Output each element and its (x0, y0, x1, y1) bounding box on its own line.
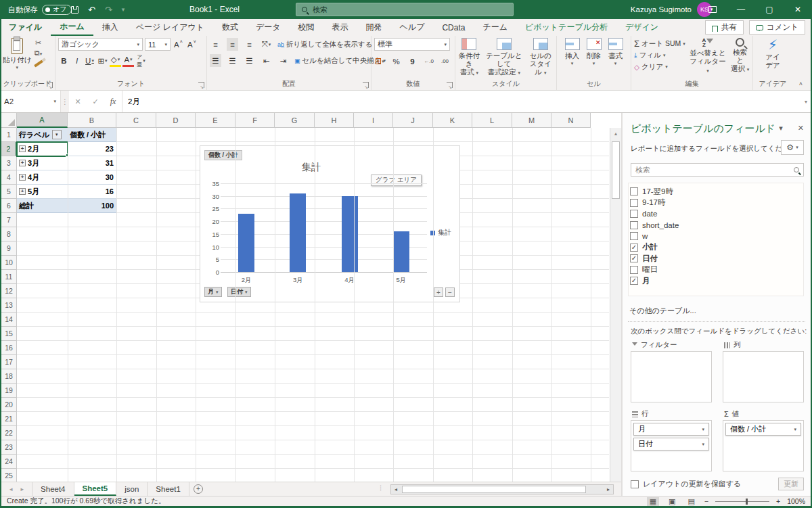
column-header[interactable]: N (551, 113, 591, 128)
insert-cells-button[interactable]: 挿入▾ (565, 38, 580, 66)
field-checkbox[interactable] (630, 266, 638, 274)
zoom-out-button[interactable]: − (704, 497, 708, 505)
sheet-tab[interactable]: Sheet4 (32, 482, 74, 496)
field-checkbox[interactable]: ✓ (630, 277, 638, 285)
save-icon[interactable] (71, 6, 78, 14)
italic-button[interactable]: I (71, 54, 83, 67)
align-left-icon[interactable]: ☰ (210, 54, 221, 67)
decrease-font-button[interactable]: A˅ (186, 38, 198, 51)
field-item[interactable]: w (630, 231, 803, 242)
scroll-up-arrow[interactable]: ▴ (610, 128, 621, 139)
horizontal-scroll-thumb[interactable] (402, 486, 586, 493)
row-header[interactable]: 15 (1, 327, 17, 341)
format-painter-button[interactable] (34, 60, 43, 67)
field-item[interactable]: short_date (630, 220, 803, 231)
ribbon-tab[interactable]: ファイル (0, 19, 51, 36)
pane-close-icon[interactable]: ✕ (798, 124, 804, 133)
scroll-left-arrow[interactable]: ◂ (391, 486, 401, 492)
row-header[interactable]: 9 (1, 241, 17, 256)
row-header[interactable]: 14 (1, 313, 17, 327)
field-item[interactable]: ✓月 (630, 275, 803, 287)
defer-layout-checkbox[interactable]: レイアウトの更新を保留する (631, 479, 741, 489)
pivot-row-value[interactable]: 30 (68, 170, 116, 185)
row-header[interactable]: 7 (1, 213, 17, 227)
column-header[interactable]: M (512, 113, 551, 128)
align-top-icon[interactable]: ≡ (210, 38, 221, 51)
field-checkbox[interactable] (630, 199, 638, 207)
delete-cells-button[interactable]: 削除▾ (587, 38, 602, 66)
pivot-row-label[interactable]: +4月 (17, 170, 68, 185)
ribbon-tab[interactable]: チーム (474, 19, 516, 36)
pivot-row-value[interactable]: 23 (68, 142, 116, 156)
qat-customize-icon[interactable]: ▾ (122, 6, 125, 13)
update-button[interactable]: 更新 (778, 478, 804, 490)
ribbon-tab[interactable]: ピボットテーブル分析 (516, 19, 616, 36)
page-break-view-button[interactable]: ▤ (685, 497, 697, 506)
autosum-button[interactable]: Σオート SUM ▾ (634, 38, 685, 49)
field-checkbox[interactable] (630, 232, 638, 240)
insert-function-button[interactable]: fx (104, 97, 122, 107)
pivot-table[interactable]: 行ラベル ▾ 個数 / 小計 +2月23+3月31+4月30+5月16 総計 1… (17, 128, 116, 213)
field-checkbox[interactable]: ✓ (630, 244, 638, 252)
undo-button[interactable]: ↶ (88, 5, 95, 15)
expand-icon[interactable]: + (19, 188, 26, 195)
zoom-slider-thumb[interactable] (746, 499, 748, 505)
row-header[interactable]: 25 (1, 469, 17, 482)
close-button[interactable]: ✕ (784, 0, 812, 19)
column-header[interactable]: H (315, 113, 354, 128)
row-header[interactable]: 17 (1, 355, 17, 369)
chart-date-field-button[interactable]: 日付▾ (227, 287, 251, 297)
accounting-format-button[interactable]: ¥▾ (374, 55, 386, 68)
column-header[interactable]: G (275, 113, 315, 128)
increase-font-button[interactable]: A˄ (173, 38, 184, 51)
pivot-row-label[interactable]: +5月 (17, 185, 68, 199)
row-header[interactable]: 8 (1, 227, 17, 241)
align-middle-icon[interactable]: ≡ (227, 38, 238, 51)
row-header[interactable]: 11 (1, 270, 17, 284)
formula-input[interactable]: 2月 (122, 91, 800, 112)
row-header[interactable]: 10 (1, 256, 17, 270)
field-checkbox[interactable] (630, 221, 638, 229)
comments-button[interactable]: コメント (749, 20, 805, 34)
underline-button[interactable]: U▾ (84, 54, 95, 67)
sheet-tab[interactable]: Sheet1 (148, 482, 189, 496)
chart-expand-button[interactable]: + (434, 287, 443, 297)
zoom-in-button[interactable]: + (776, 497, 780, 505)
rows-drop-zone[interactable]: 月▾日付▾ (631, 420, 712, 471)
decrease-decimal-button[interactable]: .00 (439, 55, 451, 68)
row-labels-filter-button[interactable]: ▾ (52, 130, 62, 139)
column-header[interactable]: J (393, 113, 433, 128)
row-header[interactable]: 18 (1, 369, 17, 384)
copy-button[interactable]: ⧉▾ (35, 49, 42, 57)
values-drop-zone[interactable]: 個数 / 小計▾ (723, 420, 804, 471)
field-chip[interactable]: 個数 / 小計▾ (725, 423, 801, 436)
worksheet-grid[interactable]: ABCDEFGHIJKLMN 1234567891011121314151617… (1, 113, 621, 482)
chart-bar[interactable] (238, 214, 254, 272)
autosave-toggle[interactable]: オフ (42, 5, 72, 15)
redo-button[interactable]: ↷ (105, 5, 112, 15)
chart-value-field-button[interactable]: 個数 / 小計 (204, 150, 242, 160)
field-checkbox[interactable]: ✓ (630, 254, 638, 262)
row-header[interactable]: 5 (1, 185, 17, 199)
row-header[interactable]: 1 (1, 128, 17, 142)
row-header[interactable]: 21 (1, 412, 17, 426)
expand-formula-bar-button[interactable]: ▾ (800, 91, 812, 112)
row-header[interactable]: 2 (1, 142, 17, 156)
format-cells-button[interactable]: 書式▾ (608, 38, 623, 66)
clear-button[interactable]: ◇クリア ▾ (634, 61, 685, 72)
expand-icon[interactable]: + (19, 160, 26, 166)
enter-button[interactable]: ✓ (87, 97, 104, 106)
ribbon-tab[interactable]: ヘルプ (391, 19, 434, 36)
expand-icon[interactable]: + (19, 174, 26, 181)
column-header[interactable]: C (116, 113, 156, 128)
ideas-button[interactable]: ⚡ アイデア (756, 38, 790, 69)
row-header[interactable]: 20 (1, 398, 17, 412)
ribbon-tab[interactable]: ページ レイアウト (127, 19, 213, 36)
defer-checkbox-box[interactable] (631, 480, 639, 488)
select-all-corner[interactable] (1, 113, 17, 128)
filters-drop-zone[interactable] (631, 351, 712, 402)
row-header[interactable]: 16 (1, 341, 17, 355)
decrease-indent-icon[interactable]: ⇤ (261, 54, 272, 67)
paste-button[interactable]: 貼り付け▾ (3, 38, 32, 70)
row-header[interactable]: 6 (1, 199, 17, 213)
